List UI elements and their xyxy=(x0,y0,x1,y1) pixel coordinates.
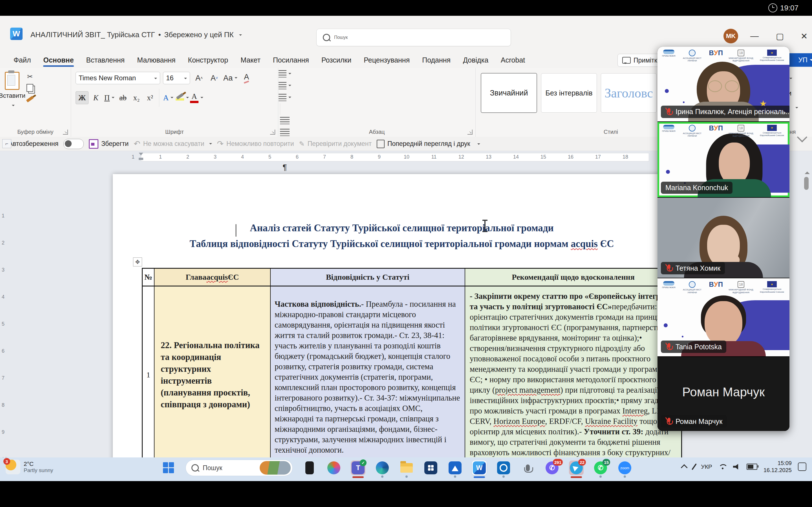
video-tile-3[interactable]: Тетяна Хомик xyxy=(658,198,790,279)
viber-icon[interactable]: ✆ 291 xyxy=(545,460,559,475)
copilot-icon[interactable] xyxy=(326,460,341,475)
tab-design[interactable]: Конструктор xyxy=(182,52,235,68)
weather-widget[interactable]: 3 2°C Partly sunny xyxy=(6,460,53,474)
voice-access-mic-icon[interactable] xyxy=(520,460,535,475)
phone-link-icon[interactable] xyxy=(302,460,317,475)
telegram-icon[interactable]: 22 xyxy=(569,460,583,475)
format-painter-button[interactable] xyxy=(24,95,36,103)
font-color-button[interactable]: А xyxy=(190,92,203,104)
chapter-cell[interactable]: 22. Регіональна політика та координація … xyxy=(154,286,271,463)
italic-button[interactable]: К xyxy=(90,92,102,104)
battery-icon[interactable] xyxy=(747,464,757,470)
underline-button[interactable]: П xyxy=(103,92,116,104)
cut-button[interactable]: ✂ xyxy=(24,72,36,81)
change-case-button[interactable]: Аа xyxy=(223,72,238,84)
vertical-ruler[interactable]: 12345678910 xyxy=(0,163,10,463)
shrink-font-button[interactable]: А˅ xyxy=(208,72,220,84)
tab-mailings[interactable]: Розсилки xyxy=(315,52,357,68)
hidden-icons-chevron[interactable] xyxy=(681,464,688,471)
doc-heading-2[interactable]: Таблиця відповідності Статуту Турійської… xyxy=(133,238,671,249)
undo-button[interactable]: ↶Не можна скасувати xyxy=(134,139,212,149)
subscript-button[interactable]: x₂ xyxy=(130,92,143,104)
font-dialog-launcher[interactable] xyxy=(270,129,275,135)
volume-icon[interactable] xyxy=(733,464,741,470)
title-dropdown-icon[interactable] xyxy=(237,31,242,39)
scrollbar-thumb[interactable] xyxy=(804,177,809,190)
check-document-button[interactable]: ✎Перевірити документ xyxy=(299,140,371,148)
taskbar-search[interactable]: Пошук xyxy=(186,460,293,476)
video-tile-5[interactable]: Роман Марчук Роман Марчук xyxy=(658,357,790,431)
font-size-combo[interactable]: 16 xyxy=(163,72,190,84)
outlook-icon[interactable] xyxy=(496,460,511,475)
word-taskbar-icon[interactable]: W xyxy=(472,460,487,475)
tab-insert[interactable]: Вставлення xyxy=(80,52,131,68)
doc-heading-1[interactable]: Аналіз статей Статуту Турійської селищно… xyxy=(133,223,671,234)
tab-references[interactable]: Посилання xyxy=(267,52,315,68)
video-tile-4[interactable]: ★★ ★★ ★★ ПРИБУЖЖЯ АСОЦІАЦІЯ МІСТ УКРАЇНИ… xyxy=(658,278,790,357)
recommendations-cell[interactable]: - Закріпити окрему статтю про «Європейсь… xyxy=(465,286,681,463)
table-move-handle[interactable]: ✥ xyxy=(133,258,142,267)
autosave-toggle[interactable] xyxy=(63,139,84,149)
search-box[interactable]: Пошук xyxy=(316,29,511,46)
multilevel-list-button[interactable] xyxy=(278,92,291,103)
scrollbar-up-icon[interactable] xyxy=(805,169,810,174)
font-name-combo[interactable]: Times New Roman xyxy=(75,72,160,84)
minimize-button[interactable]: — xyxy=(747,28,762,44)
save-button[interactable]: Зберегти xyxy=(89,139,129,149)
wifi-icon[interactable] xyxy=(718,464,727,470)
language-indicator[interactable]: УКР xyxy=(701,463,712,470)
clock-date[interactable]: 15:09 16.12.2025 xyxy=(763,460,792,474)
video-tile-2[interactable]: ★★ ★★ ★★ ПРИБУЖЖЯ АСОЦІАЦІЯ МІСТ УКРАЇНИ… xyxy=(658,122,790,198)
onedrive-app-icon[interactable] xyxy=(448,460,462,475)
paste-dropdown-icon[interactable] xyxy=(10,102,15,109)
col-header-number[interactable]: № xyxy=(143,269,154,286)
numbering-button[interactable] xyxy=(278,80,291,92)
left-indent-marker[interactable] xyxy=(139,158,143,160)
clipboard-dialog-launcher[interactable] xyxy=(63,129,68,135)
show-paragraph-marks-button[interactable]: ¶ xyxy=(278,161,291,173)
bold-button[interactable]: Ж xyxy=(75,91,89,104)
teams-icon[interactable]: T ✓ xyxy=(351,460,365,475)
col-header-compliance[interactable]: Відповідність у Статуті xyxy=(271,269,465,286)
row-number-cell[interactable]: 1 xyxy=(143,286,154,463)
first-line-indent-marker[interactable] xyxy=(139,153,143,158)
tab-view[interactable]: Подання xyxy=(416,52,457,68)
notification-center-icon[interactable] xyxy=(798,462,806,471)
close-button[interactable]: ✕ xyxy=(796,28,812,44)
tab-layout[interactable]: Макет xyxy=(234,52,267,68)
highlight-button[interactable] xyxy=(175,92,189,104)
paste-button[interactable]: Вставити xyxy=(0,68,24,109)
zoom-icon[interactable]: zoom xyxy=(617,460,632,475)
edge-icon[interactable] xyxy=(375,460,390,475)
strikethrough-button[interactable]: ab xyxy=(117,92,129,104)
bullets-button[interactable] xyxy=(278,68,291,80)
qat-more-icon[interactable] xyxy=(475,140,480,148)
file-explorer-icon[interactable] xyxy=(399,460,414,475)
start-button[interactable] xyxy=(161,460,176,475)
paragraph-dialog-launcher[interactable] xyxy=(467,129,472,135)
style-heading1[interactable]: Заголовс xyxy=(601,73,657,113)
pen-input-icon[interactable] xyxy=(692,463,697,470)
decrease-indent-button[interactable] xyxy=(278,115,291,126)
video-tile-1[interactable]: ★★ ★★ ★★★ ПРИБУЖЖЯ АСОЦІАЦІЯ МІСТ УКРАЇН… xyxy=(658,47,790,122)
whatsapp-icon[interactable]: ✆ 15 xyxy=(593,460,608,475)
tab-selector-box[interactable]: ⌐ xyxy=(2,139,11,148)
clear-formatting-button[interactable]: А xyxy=(240,72,253,84)
style-normal[interactable]: Звичайний xyxy=(481,73,537,113)
compliance-cell[interactable]: Часткова відповідність.- Преамбула - пос… xyxy=(271,286,465,463)
superscript-button[interactable]: x² xyxy=(144,92,156,104)
col-header-chapter[interactable]: Глава acquis ЄС xyxy=(154,269,271,286)
maximize-button[interactable]: ▢ xyxy=(772,28,788,44)
tab-review[interactable]: Рецензування xyxy=(357,52,416,68)
print-preview-button[interactable]: Попередній перегляд і друк xyxy=(377,140,470,148)
tab-acrobat[interactable]: Acrobat xyxy=(495,52,531,68)
document-page[interactable]: Аналіз статей Статуту Турійської селищно… xyxy=(113,174,679,463)
document-title-area[interactable]: АНАЛІТИЧНИЙ ЗВІТ_ Турійська СТГ • Збереж… xyxy=(31,31,242,39)
style-no-spacing[interactable]: Без інтервалів xyxy=(541,73,597,113)
text-effects-button[interactable]: А xyxy=(162,92,174,104)
redo-button[interactable]: ↷Неможливо повторити xyxy=(217,139,294,149)
store-icon[interactable] xyxy=(423,460,438,475)
tab-home[interactable]: Основне xyxy=(37,52,80,68)
col-header-recommendations[interactable]: Рекомендації щодо вдосконалення xyxy=(465,269,681,286)
account-avatar[interactable]: MK xyxy=(723,29,738,43)
